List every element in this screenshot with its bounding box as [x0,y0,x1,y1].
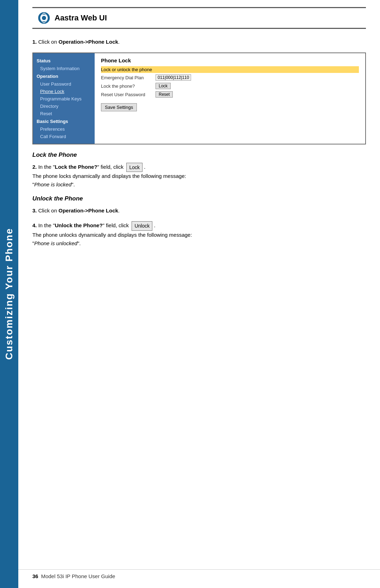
step3-bold: Operation->Phone Lock [58,208,118,213]
step2-text-after: " field, click [97,164,124,170]
screenshot-nav-phone-lock[interactable]: Phone Lock [33,88,95,95]
footer-text: Model 53i IP Phone User Guide [41,573,115,579]
header-bar: Aastra Web UI [32,7,366,29]
screenshot-nav-directory[interactable]: Directory [33,103,95,110]
screenshot-status-label: Status [33,57,95,65]
unlock-section-heading: Unlock the Phone [32,195,366,202]
screenshot-nav-system-info[interactable]: System Information [33,65,95,72]
step1-number: 1. [32,39,37,45]
step-4: 4. In the "Unlock the Phone?" field, cli… [32,221,366,247]
step2-number: 2. [32,164,37,170]
step4-number: 4. [32,223,37,229]
sidebar-label: Customizing Your Phone [4,228,15,360]
step3-period: . [118,208,120,213]
screenshot-reset-label: Reset User Password [101,92,156,97]
screenshot-lock-row: Lock the phone? Lock [101,83,359,89]
step1-bold: Operation->Phone Lock [58,39,118,45]
step4-desc2-italic: Phone is unlocked [34,240,77,246]
lock-section-heading: Lock the Phone [32,151,366,159]
footer-page-number: 36 [32,573,38,579]
screenshot-box: Status System Information Operation User… [32,52,366,144]
screenshot-highlight-text: Lock or unlock the phone [101,67,152,72]
step2-desc1: The phone locks dynamically and displays… [32,173,186,179]
sidebar-panel: Customizing Your Phone [0,0,18,588]
screenshot-emergency-label: Emergency Dial Plan [101,75,156,80]
screenshot-main-panel: Phone Lock Lock or unlock the phone Emer… [95,53,365,144]
step1-text: Click on [38,39,59,45]
step-1: 1. Click on Operation->Phone Lock. [32,38,366,46]
lock-inline-button[interactable]: Lock [126,163,142,172]
unlock-inline-button[interactable]: Unlock [132,221,152,230]
step1-period: . [118,39,120,45]
step4-desc1: The phone unlocks dynamically and displa… [32,232,192,238]
screenshot-nav-programmable-keys[interactable]: Programmable Keys [33,95,95,103]
screenshot-emergency-row: Emergency Dial Plan 011|000|112|110 [101,74,359,81]
screenshot-operation-label: Operation [33,72,95,80]
screenshot-highlight-row: Lock or unlock the phone [101,66,359,73]
screenshot-nav-user-password[interactable]: User Password [33,80,95,88]
screenshot-basic-settings-label: Basic Settings [33,117,95,125]
step4-text-after: " field, click [103,223,129,229]
main-content: Aastra Web UI 1. Click on Operation->Pho… [18,0,380,588]
screenshot-nav-reset[interactable]: Reset [33,110,95,117]
screenshot-lock-label: Lock the phone? [101,83,156,89]
screenshot-nav-preferences[interactable]: Preferences [33,125,95,133]
svg-point-2 [42,16,46,20]
step4-text-before: In the " [38,223,55,229]
screenshot-emergency-value[interactable]: 011|000|112|110 [156,74,191,81]
step-3: 3. Click on Operation->Phone Lock. [32,206,366,215]
screenshot-reset-row: Reset User Password Reset [101,91,359,98]
header-title: Aastra Web UI [55,13,107,23]
step2-bold: Lock the Phone? [55,164,97,170]
screenshot-reset-button[interactable]: Reset [156,91,173,98]
step-2: 2. In the "Lock the Phone?" field, click… [32,163,366,189]
aastra-logo-icon [38,12,50,24]
screenshot-nav-call-forward[interactable]: Call Forward [33,133,95,140]
footer: 36 Model 53i IP Phone User Guide [18,569,380,579]
step2-desc2-italic: Phone is locked [34,181,71,187]
screenshot-save-button[interactable]: Save Settings [101,103,137,111]
step3-text: Click on [38,208,59,213]
screenshot-panel-title: Phone Lock [101,57,359,63]
step3-number: 3. [32,208,37,213]
screenshot-lock-button[interactable]: Lock [156,83,171,89]
step2-text-before: In the " [38,164,55,170]
step4-bold: Unlock the Phone? [55,223,103,229]
screenshot-sidebar: Status System Information Operation User… [33,53,95,144]
